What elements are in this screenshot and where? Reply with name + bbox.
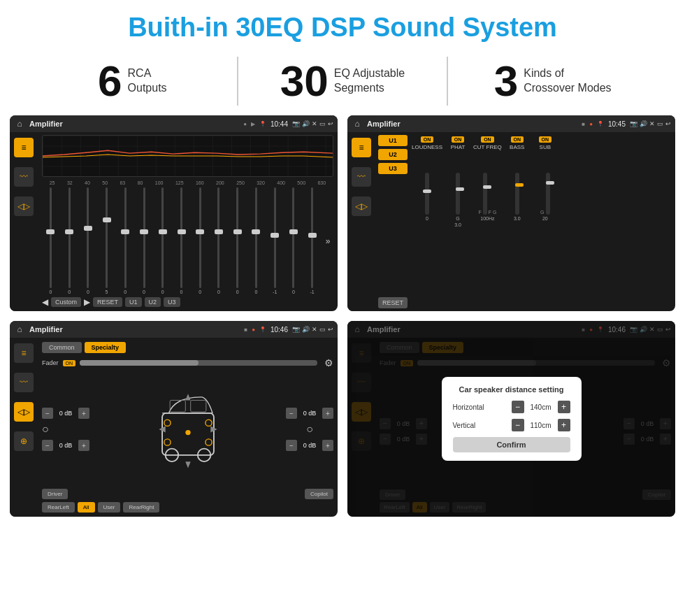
screen-eq: ⌂ Amplifier ● ▶ 📍 10:44 📷 🔊 ✕ ▭ ↩ ≡ 〰 ◁▷: [10, 115, 338, 311]
car-speaker-icon-r: ○: [306, 423, 313, 436]
wave-icon-2[interactable]: 〰: [352, 167, 371, 187]
rearleft-btn[interactable]: RearLeft: [42, 502, 75, 513]
stat-crossover-text: Kinds ofCrossover Modes: [524, 66, 611, 96]
rect-icon-3: ▭: [319, 326, 326, 333]
cam-icon-3: 📷: [292, 326, 300, 333]
u2-preset-btn[interactable]: U2: [378, 149, 408, 160]
vol4-plus[interactable]: +: [322, 440, 333, 451]
horizontal-minus[interactable]: −: [512, 401, 524, 413]
eq-icon-2[interactable]: ≡: [352, 138, 371, 157]
prev-btn[interactable]: ◀: [42, 297, 48, 307]
rearright-btn[interactable]: RearRight: [123, 502, 159, 513]
vertical-minus[interactable]: −: [512, 419, 524, 431]
settings-icon[interactable]: ⚙: [324, 357, 333, 368]
channel-phat: ON PHAT G 3.0: [445, 136, 470, 307]
eq-slider-3[interactable]: 0: [79, 187, 96, 294]
wave-icon-1[interactable]: 〰: [14, 167, 34, 187]
horizontal-plus[interactable]: +: [558, 401, 570, 413]
status-bar-3: ⌂ Amplifier ■ ● 📍 10:46 📷 🔊 ✕ ▭ ↩: [10, 321, 338, 338]
eq-slider-10[interactable]: 0: [210, 187, 228, 294]
sp-bottom-buttons: Driver Copilot: [42, 489, 333, 499]
label-loudness: LOUDNESS: [412, 144, 442, 150]
vol2-minus[interactable]: −: [42, 440, 53, 451]
horizontal-stepper: − 140cm +: [512, 401, 570, 413]
eq-slider-8[interactable]: 0: [173, 187, 190, 294]
dot-icon-1: ●: [243, 121, 247, 127]
side-panel-3: ≡ 〰 ◁▷ ⊕: [10, 338, 38, 517]
vertical-stepper: − 110cm +: [512, 419, 570, 431]
user-btn[interactable]: User: [98, 502, 121, 513]
svg-marker-12: [185, 394, 190, 400]
u3-preset-btn[interactable]: U3: [378, 163, 408, 174]
speaker-icon-1[interactable]: ◁▷: [14, 196, 34, 216]
eq-slider-9[interactable]: 0: [192, 187, 209, 294]
eq-slider-13[interactable]: -1: [266, 187, 284, 294]
eq-slider-1[interactable]: 0: [42, 187, 59, 294]
speaker-icon-3[interactable]: ◁▷: [14, 402, 34, 422]
vol1-plus[interactable]: +: [78, 408, 89, 419]
eq-freq-labels: 25 32 40 50 63 80 100 125 160 200 250 32…: [42, 180, 333, 186]
eq-icon[interactable]: ≡: [14, 138, 34, 157]
dialog-title: Car speaker distance setting: [453, 385, 570, 394]
eq-slider-2[interactable]: 0: [61, 187, 78, 294]
eq-slider-6[interactable]: 0: [136, 187, 153, 294]
stat-rca: 6 RCAOutputs: [42, 59, 223, 103]
home-icon-1[interactable]: ⌂: [14, 118, 25, 129]
next-btn[interactable]: ▶: [84, 297, 90, 307]
eq-slider-11[interactable]: 0: [229, 187, 246, 294]
freq-80: 80: [138, 180, 143, 185]
all-btn[interactable]: All: [78, 502, 95, 513]
vol3-minus[interactable]: −: [286, 408, 297, 419]
vol4-minus[interactable]: −: [286, 440, 297, 451]
stat-divider-2: [447, 57, 448, 106]
reset-btn-2[interactable]: RESET: [378, 297, 408, 308]
wave-icon-3[interactable]: 〰: [14, 373, 34, 392]
copilot-btn[interactable]: Copilot: [305, 489, 333, 499]
vol3-plus[interactable]: +: [322, 408, 333, 419]
reset-btn-1[interactable]: RESET: [93, 297, 122, 307]
common-tab[interactable]: Common: [42, 342, 82, 353]
eq-slider-5[interactable]: 0: [117, 187, 134, 294]
fader-bar[interactable]: [80, 360, 317, 366]
freq-100: 100: [155, 180, 164, 185]
custom-btn[interactable]: Custom: [51, 297, 81, 307]
screen3-title: Amplifier: [29, 325, 240, 334]
u3-btn[interactable]: U3: [164, 297, 180, 307]
freq-50: 50: [102, 180, 108, 185]
amp-channels: ON LOUDNESS 0 ON PHAT: [410, 135, 672, 308]
u1-preset-btn[interactable]: U1: [378, 135, 408, 146]
confirm-button[interactable]: Confirm: [453, 437, 570, 452]
vol2-plus[interactable]: +: [78, 440, 89, 451]
location-icon-2: 📍: [597, 121, 604, 127]
eq-slider-15[interactable]: -1: [303, 187, 321, 294]
driver-btn[interactable]: Driver: [42, 489, 68, 499]
on-badge-sub: ON: [539, 136, 552, 143]
expand-icon[interactable]: »: [326, 236, 331, 246]
channel-cutfreq: ON CUT FREQ F F G 100Hz: [473, 136, 502, 307]
screen1-title: Amplifier: [29, 120, 239, 128]
eq-icon-3[interactable]: ≡: [14, 343, 34, 363]
eq-slider-4[interactable]: 5: [98, 187, 115, 294]
vol-icon-1: 🔊: [302, 120, 310, 127]
label-bass: BASS: [510, 144, 524, 150]
home-icon-3[interactable]: ⌂: [14, 324, 25, 335]
u1-btn[interactable]: U1: [125, 297, 142, 307]
specialty-tab[interactable]: Specialty: [85, 342, 127, 353]
stat-divider-1: [237, 57, 238, 106]
extra-icon-3[interactable]: ⊕: [14, 431, 34, 451]
home-icon-2[interactable]: ⌂: [352, 118, 363, 129]
val-sub: 20: [542, 216, 548, 221]
horizontal-label: Horizontal: [453, 403, 495, 411]
eq-slider-12[interactable]: 0: [247, 187, 265, 294]
vol1-minus[interactable]: −: [42, 408, 53, 419]
eq-main: 25 32 40 50 63 80 100 125 160 200 250 32…: [38, 132, 338, 311]
dot-icon-2: ●: [589, 121, 593, 127]
speaker-icon-2[interactable]: ◁▷: [352, 196, 371, 216]
vertical-plus[interactable]: +: [558, 419, 570, 431]
eq-slider-7[interactable]: 0: [154, 187, 171, 294]
on-badge-bass: ON: [511, 136, 524, 143]
label-sub: SUB: [540, 144, 551, 150]
eq-slider-14[interactable]: 0: [285, 187, 303, 294]
u2-btn[interactable]: U2: [145, 297, 161, 307]
vertical-value: 110cm: [527, 422, 555, 429]
